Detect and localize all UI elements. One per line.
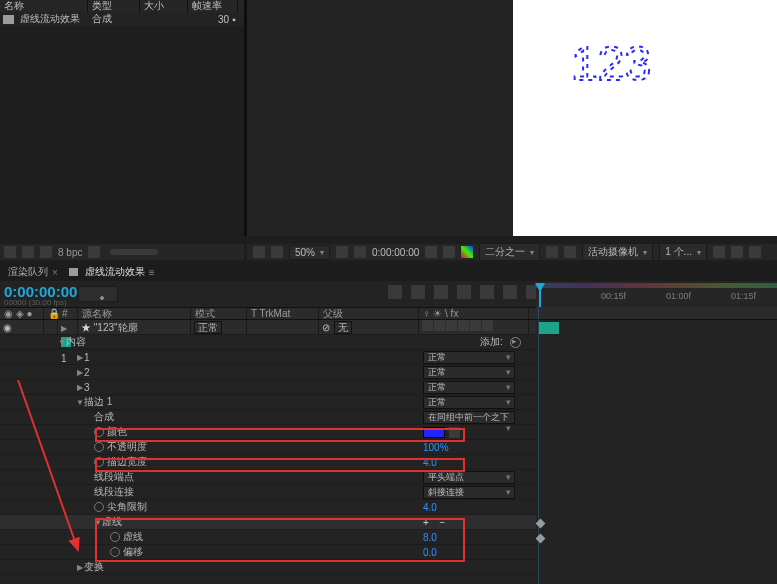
project-item-row[interactable]: 虚线流动效果 合成 30 ▪ xyxy=(0,12,244,26)
toggle-mask-icon[interactable] xyxy=(271,246,283,258)
transparency-icon[interactable] xyxy=(564,246,576,258)
graph-editor-icon[interactable] xyxy=(480,285,494,299)
dash-add-remove[interactable]: + − xyxy=(423,517,449,528)
twirl-icon[interactable] xyxy=(61,324,67,333)
flowchart-icon[interactable] xyxy=(4,246,16,258)
opacity-value[interactable]: 100% xyxy=(423,442,449,453)
roi-icon[interactable] xyxy=(546,246,558,258)
line-cap-dropdown[interactable]: 平头端点 xyxy=(423,471,515,484)
col-fps[interactable]: 帧速率 xyxy=(188,0,238,12)
comp-mini-flowchart-icon[interactable] xyxy=(388,285,402,299)
motion-blur-icon[interactable] xyxy=(457,285,471,299)
twirl-icon[interactable] xyxy=(58,338,66,347)
timeline-icon[interactable] xyxy=(749,246,761,258)
twirl-icon[interactable] xyxy=(76,353,84,362)
stopwatch-icon[interactable] xyxy=(110,532,120,542)
bpc-label[interactable]: 8 bpc xyxy=(58,247,82,258)
twirl-icon[interactable] xyxy=(76,368,84,377)
tab-composition[interactable]: 虚线流动效果 ≡ xyxy=(66,265,155,279)
blend-dropdown[interactable]: 正常 xyxy=(423,351,515,364)
twirl-icon[interactable] xyxy=(94,518,102,527)
work-area-bar[interactable] xyxy=(536,283,777,288)
shape-group-1[interactable]: 1正常 xyxy=(0,350,536,365)
prop-composite[interactable]: 合成在同组中前一个之下 xyxy=(0,410,536,425)
zoom-dropdown[interactable]: 50% xyxy=(289,245,330,260)
col-num[interactable]: # xyxy=(58,308,78,319)
show-snapshot-icon[interactable] xyxy=(443,246,455,258)
stopwatch-icon[interactable] xyxy=(94,502,104,512)
group-contents[interactable]: 内容 添加: xyxy=(0,335,536,350)
resolution-icon[interactable] xyxy=(336,246,348,258)
layer-row[interactable]: ◉ 1 ★ "123"轮廓 正常 ⊘无 xyxy=(0,320,536,335)
composite-dropdown[interactable]: 在同组中前一个之下 xyxy=(423,411,515,424)
composition-canvas[interactable]: 123 xyxy=(513,0,777,236)
views-dropdown[interactable]: 1 个... xyxy=(659,243,707,261)
viewer-timecode[interactable]: 0:00:00:00 xyxy=(372,247,419,258)
brainstorm-icon[interactable] xyxy=(503,285,517,299)
folder-icon[interactable] xyxy=(22,246,34,258)
col-trkmat[interactable]: T TrkMat xyxy=(247,308,319,319)
prop-opacity[interactable]: 不透明度100% xyxy=(0,440,536,455)
stopwatch-icon[interactable] xyxy=(94,427,104,437)
stroke-width-value[interactable]: 4.0 xyxy=(423,457,437,468)
prop-dashes[interactable]: 虚线+ − xyxy=(0,515,536,530)
group-transform[interactable]: 变换 xyxy=(0,560,536,575)
grid-icon[interactable] xyxy=(354,246,366,258)
color-mgmt-icon[interactable] xyxy=(461,246,473,258)
blend-dropdown[interactable]: 正常 xyxy=(423,366,515,379)
col-switches[interactable]: ♀ ☀ \ fx xyxy=(419,308,529,319)
prop-color[interactable]: 颜色 xyxy=(0,425,536,440)
blend-dropdown[interactable]: 正常 xyxy=(423,396,515,409)
col-type[interactable]: 类型 xyxy=(88,0,140,12)
stopwatch-icon[interactable] xyxy=(94,457,104,467)
av-toggles[interactable]: ◉ ◈ ● ◻ xyxy=(0,308,44,319)
resolution-dropdown[interactable]: 二分之一 xyxy=(479,243,540,261)
camera-dropdown[interactable]: 活动摄像机 xyxy=(582,243,653,261)
fast-preview-icon[interactable] xyxy=(731,246,743,258)
stroke-group[interactable]: 描边 1正常 xyxy=(0,395,536,410)
prop-line-join[interactable]: 线段连接斜接连接 xyxy=(0,485,536,500)
miter-value[interactable]: 4.0 xyxy=(423,502,437,513)
col-size[interactable]: 大小 xyxy=(140,0,188,12)
close-icon[interactable]: × xyxy=(52,267,58,278)
prop-stroke-width[interactable]: 描边宽度4.0 xyxy=(0,455,536,470)
col-mode[interactable]: 模式 xyxy=(191,308,247,319)
tab-menu-icon[interactable]: ≡ xyxy=(149,267,155,278)
stopwatch-icon[interactable] xyxy=(94,442,104,452)
trash-icon[interactable] xyxy=(88,246,100,258)
new-comp-icon[interactable] xyxy=(40,246,52,258)
dash-value[interactable]: 8.0 xyxy=(423,532,437,543)
shape-group-3[interactable]: 3正常 xyxy=(0,380,536,395)
draft3d-icon[interactable] xyxy=(411,285,425,299)
offset-value[interactable]: 0.0 xyxy=(423,547,437,558)
prop-miter-limit[interactable]: 尖角限制4.0 xyxy=(0,500,536,515)
col-name[interactable]: 名称 xyxy=(0,0,88,12)
tab-render-queue[interactable]: 渲染队列 × xyxy=(8,265,58,279)
time-ruler[interactable]: 00:15f 01:00f 01:15f xyxy=(536,283,777,307)
prop-line-cap[interactable]: 线段端点平头端点 xyxy=(0,470,536,485)
blend-mode-dropdown[interactable]: 正常 xyxy=(194,321,222,334)
parent-dropdown[interactable]: 无 xyxy=(334,321,352,334)
thumbnail-slider[interactable] xyxy=(110,249,158,255)
shape-group-2[interactable]: 2正常 xyxy=(0,365,536,380)
pixel-aspect-icon[interactable] xyxy=(713,246,725,258)
timeline-tracks[interactable] xyxy=(536,307,777,584)
twirl-icon[interactable] xyxy=(76,398,84,407)
search-input[interactable] xyxy=(78,286,118,302)
blend-dropdown[interactable]: 正常 xyxy=(423,381,515,394)
toggle-alpha-icon[interactable] xyxy=(253,246,265,258)
line-join-dropdown[interactable]: 斜接连接 xyxy=(423,486,515,499)
twirl-icon[interactable] xyxy=(76,563,84,572)
twirl-icon[interactable] xyxy=(76,383,84,392)
layer-duration-bar[interactable] xyxy=(539,322,559,334)
frame-blend-icon[interactable] xyxy=(434,285,448,299)
eyedropper-icon[interactable] xyxy=(449,427,460,438)
prop-dash[interactable]: 虚线8.0 xyxy=(0,530,536,545)
col-source[interactable]: 源名称 xyxy=(78,308,191,319)
col-parent[interactable]: 父级 xyxy=(319,308,419,319)
stopwatch-icon[interactable] xyxy=(110,547,120,557)
snapshot-icon[interactable] xyxy=(425,246,437,258)
add-button[interactable] xyxy=(510,337,521,348)
color-swatch[interactable] xyxy=(423,427,445,438)
prop-offset[interactable]: 偏移0.0 xyxy=(0,545,536,560)
